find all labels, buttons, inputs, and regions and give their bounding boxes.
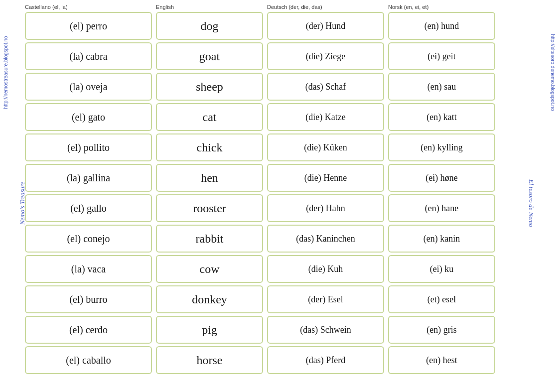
page-wrapper: http://nemostreasure.blogspot.no Nemo's … (0, 0, 556, 392)
cell-norsk-6: (en) hane (388, 194, 495, 222)
cell-castellano-2: (la) oveja (25, 73, 152, 101)
cell-english-7: rabbit (156, 225, 263, 253)
cell-castellano-7: (el) conejo (25, 225, 152, 253)
cell-deutsch-4: (die) Küken (267, 133, 384, 161)
cell-deutsch-1: (die) Ziege (267, 42, 384, 70)
cell-norsk-0: (en) hund (388, 12, 495, 40)
watermark-right-bottom: El tesoro de Nemo (527, 179, 535, 227)
header-castellano: Castellano (el, la) (25, 4, 152, 10)
cell-deutsch-3: (die) Katze (267, 103, 384, 131)
header-norsk: Norsk (en, ei, et) (388, 4, 495, 10)
col-english: doggoatsheepcatchickhenroosterrabbitcowd… (156, 12, 263, 374)
cell-english-0: dog (156, 12, 263, 40)
cell-castellano-10: (el) cerdo (25, 316, 152, 344)
watermark-left-bottom: Nemo's Treasure (18, 182, 26, 225)
cell-castellano-4: (el) pollito (25, 133, 152, 161)
cell-deutsch-5: (die) Henne (267, 164, 384, 192)
col-castellano: (el) perro(la) cabra(la) oveja(el) gato(… (25, 12, 152, 374)
cell-norsk-11: (en) hest (388, 346, 495, 374)
watermark-left-top: http://nemostreasure.blogspot.no (3, 36, 8, 109)
cell-norsk-9: (et) esel (388, 285, 495, 313)
cell-norsk-2: (en) sau (388, 73, 495, 101)
cell-deutsch-11: (das) Pferd (267, 346, 384, 374)
header-english: English (156, 4, 263, 10)
cell-english-10: pig (156, 316, 263, 344)
cell-deutsch-6: (der) Hahn (267, 194, 384, 222)
cell-english-8: cow (156, 255, 263, 283)
cell-deutsch-2: (das) Schaf (267, 73, 384, 101)
cell-norsk-8: (ei) ku (388, 255, 495, 283)
col-deutsch: (der) Hund(die) Ziege(das) Schaf(die) Ka… (267, 12, 384, 374)
cell-castellano-6: (el) gallo (25, 194, 152, 222)
cell-english-9: donkey (156, 285, 263, 313)
cell-castellano-3: (el) gato (25, 103, 152, 131)
cell-english-2: sheep (156, 73, 263, 101)
cell-castellano-8: (la) vaca (25, 255, 152, 283)
cell-norsk-10: (en) gris (388, 316, 495, 344)
cell-english-5: hen (156, 164, 263, 192)
cell-english-1: goat (156, 42, 263, 70)
cell-castellano-0: (el) perro (25, 12, 152, 40)
table-area: (el) perro(la) cabra(la) oveja(el) gato(… (15, 12, 541, 374)
cell-deutsch-8: (die) Kuh (267, 255, 384, 283)
cell-norsk-1: (ei) geit (388, 42, 495, 70)
column-headers: Castellano (el, la) English Deutsch (der… (15, 4, 541, 10)
cell-norsk-4: (en) kylling (388, 133, 495, 161)
header-deutsch: Deutsch (der, die, das) (267, 4, 384, 10)
cell-deutsch-0: (der) Hund (267, 12, 384, 40)
cell-castellano-5: (la) gallina (25, 164, 152, 192)
cell-norsk-7: (en) kanin (388, 225, 495, 253)
cell-norsk-3: (en) katt (388, 103, 495, 131)
cell-english-6: rooster (156, 194, 263, 222)
col-norsk: (en) hund(ei) geit(en) sau(en) katt(en) … (388, 12, 495, 374)
cell-castellano-1: (la) cabra (25, 42, 152, 70)
cell-english-4: chick (156, 133, 263, 161)
cell-english-3: cat (156, 103, 263, 131)
cell-deutsch-7: (das) Kaninchen (267, 225, 384, 253)
cell-castellano-9: (el) burro (25, 285, 152, 313)
cell-deutsch-9: (der) Esel (267, 285, 384, 313)
watermark-right-top: http://eltesoro denemo.blogspot.no (550, 34, 556, 111)
cell-english-11: horse (156, 346, 263, 374)
cell-norsk-5: (ei) høne (388, 164, 495, 192)
cell-castellano-11: (el) caballo (25, 346, 152, 374)
cell-deutsch-10: (das) Schwein (267, 316, 384, 344)
